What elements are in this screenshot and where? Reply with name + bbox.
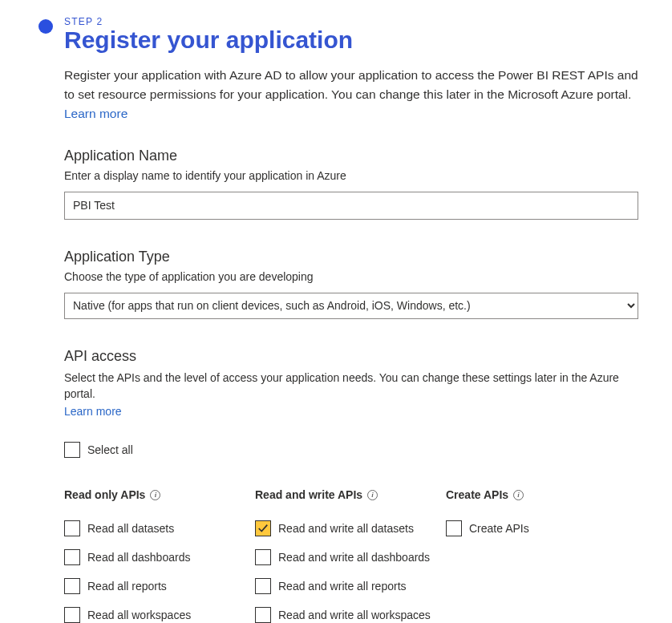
- read-dashboards-checkbox[interactable]: [64, 549, 80, 565]
- rw-reports-checkbox[interactable]: [255, 578, 271, 594]
- info-icon[interactable]: i: [367, 490, 378, 500]
- step-description-text: Register your application with Azure AD …: [64, 68, 638, 101]
- app-name-hint: Enter a display name to identify your ap…: [64, 169, 638, 182]
- read-dashboards-label: Read all dashboards: [87, 551, 190, 564]
- rw-workspaces-checkbox[interactable]: [255, 607, 271, 623]
- read-datasets-checkbox[interactable]: [64, 520, 80, 536]
- read-workspaces-checkbox[interactable]: [64, 607, 80, 623]
- api-access-hint: Select the APIs and the level of access …: [64, 370, 638, 403]
- create-apis-label: Create APIs: [469, 522, 529, 535]
- rw-workspaces-label: Read and write all workspaces: [278, 609, 431, 621]
- rw-datasets-label: Read and write all datasets: [278, 522, 414, 535]
- select-all-label: Select all: [87, 443, 133, 456]
- read-write-heading: Read and write APIs: [255, 488, 362, 501]
- info-icon[interactable]: i: [513, 490, 524, 500]
- read-datasets-label: Read all datasets: [87, 522, 174, 535]
- create-heading: Create APIs: [446, 488, 508, 501]
- app-name-label: Application Name: [64, 148, 638, 164]
- read-reports-label: Read all reports: [87, 580, 167, 593]
- app-type-select[interactable]: Native (for apps that run on client devi…: [64, 293, 638, 319]
- api-learn-more-link[interactable]: Learn more: [64, 405, 122, 418]
- create-apis-checkbox[interactable]: [446, 520, 462, 536]
- api-access-label: API access: [64, 348, 638, 365]
- page-title: Register your application: [64, 26, 638, 55]
- step-label: STEP 2: [64, 16, 638, 27]
- app-type-hint: Choose the type of application you are d…: [64, 270, 638, 283]
- select-all-checkbox[interactable]: [64, 442, 80, 458]
- app-type-label: Application Type: [64, 249, 638, 265]
- read-reports-checkbox[interactable]: [64, 578, 80, 594]
- step-description: Register your application with Azure AD …: [64, 66, 638, 123]
- rw-reports-label: Read and write all reports: [278, 580, 407, 593]
- rw-dashboards-label: Read and write all dashboards: [278, 551, 430, 564]
- rw-dashboards-checkbox[interactable]: [255, 549, 271, 565]
- app-name-input[interactable]: [64, 192, 638, 220]
- rw-datasets-checkbox[interactable]: [255, 520, 271, 536]
- read-only-heading: Read only APIs: [64, 488, 145, 501]
- learn-more-link[interactable]: Learn more: [64, 107, 128, 120]
- step-bullet-icon: [38, 19, 53, 34]
- read-workspaces-label: Read all workspaces: [87, 609, 191, 621]
- info-icon[interactable]: i: [150, 490, 160, 500]
